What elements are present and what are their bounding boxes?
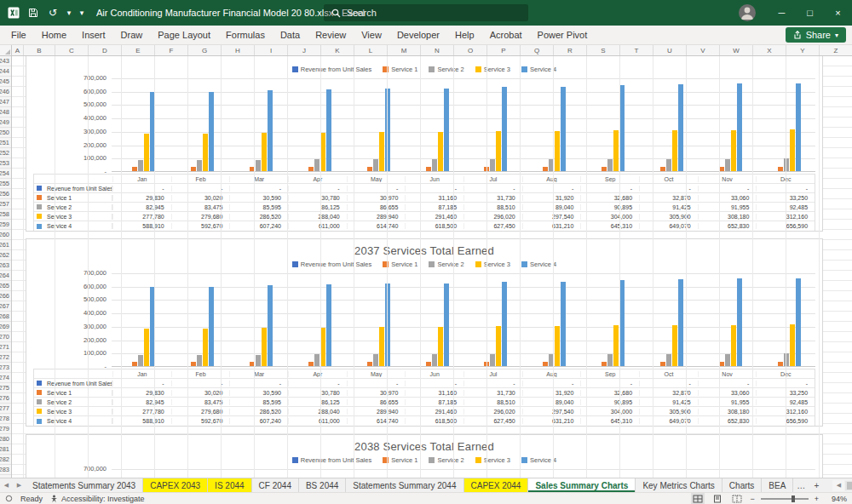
row-header-277[interactable]: 277 xyxy=(0,404,11,414)
undo-button[interactable]: ↺ xyxy=(43,3,62,23)
legend-item-service-2[interactable]: Service 2 xyxy=(429,456,463,464)
row-header-252[interactable]: 252 xyxy=(0,148,11,158)
sheet-tab-charts[interactable]: Charts xyxy=(722,478,762,492)
bar-service-4-mar[interactable] xyxy=(268,90,273,171)
ribbon-tab-formulas[interactable]: Formulas xyxy=(218,26,273,44)
sheet-tab-is-2044[interactable]: IS 2044 xyxy=(208,478,251,492)
row-header-243[interactable]: 243 xyxy=(0,56,11,66)
column-header-p[interactable]: P xyxy=(487,45,521,55)
row-header-266[interactable]: 266 xyxy=(0,291,11,301)
row-header-279[interactable]: 279 xyxy=(0,424,11,434)
bar-service-2-jan[interactable] xyxy=(138,160,143,171)
bar-service-2-jun[interactable] xyxy=(432,354,437,366)
row-header-278[interactable]: 278 xyxy=(0,414,11,424)
chart-object-2038-services-total-earned[interactable]: 2038 Services Total EarnedRevenue from U… xyxy=(26,434,823,478)
column-header-t[interactable]: T xyxy=(620,45,653,55)
row-header-250[interactable]: 250 xyxy=(0,128,11,138)
zoom-slider-thumb[interactable] xyxy=(792,495,795,502)
bar-service-3-may[interactable] xyxy=(379,132,384,171)
column-header-b[interactable]: B xyxy=(24,45,55,55)
sheet-tab-capex-2044[interactable]: CAPEX 2044 xyxy=(464,478,529,492)
column-header-k[interactable]: K xyxy=(321,45,354,55)
ribbon-tab-help[interactable]: Help xyxy=(447,26,482,44)
column-header-i[interactable]: I xyxy=(255,45,288,55)
bar-service-1-oct[interactable] xyxy=(660,362,665,366)
bar-service-1-may[interactable] xyxy=(367,362,372,366)
row-header-255[interactable]: 255 xyxy=(0,179,11,189)
column-header-z[interactable]: Z xyxy=(820,45,852,55)
sheet-tab-cf-2044[interactable]: CF 2044 xyxy=(252,478,299,492)
bar-service-1-jun[interactable] xyxy=(426,362,431,366)
bar-service-4-oct[interactable] xyxy=(678,84,683,171)
bar-service-3-may[interactable] xyxy=(379,327,384,366)
row-header-271[interactable]: 271 xyxy=(0,342,11,352)
row-header-280[interactable]: 280 xyxy=(0,434,11,444)
legend-item-service-3[interactable]: Service 3 xyxy=(475,261,510,268)
legend-item-revenue-from-unit-sales[interactable]: Revenue from Unit Sales xyxy=(292,66,371,73)
bar-service-2-may[interactable] xyxy=(373,354,378,366)
ribbon-tab-power-pivot[interactable]: Power Pivot xyxy=(530,26,596,44)
normal-view-button[interactable] xyxy=(691,493,705,504)
column-header-d[interactable]: D xyxy=(89,45,122,55)
bar-service-1-oct[interactable] xyxy=(660,167,665,171)
more-sheets-button[interactable]: … xyxy=(793,478,809,492)
row-header-254[interactable]: 254 xyxy=(0,169,11,179)
bar-service-3-feb[interactable] xyxy=(203,329,208,366)
bar-service-2-jul[interactable] xyxy=(490,354,495,366)
cells-grid[interactable]: Revenue from Unit SalesService 1Service … xyxy=(12,56,852,478)
bar-service-3-jun[interactable] xyxy=(438,327,443,366)
accessibility-status[interactable]: Accessibility: Investigate xyxy=(50,495,145,503)
row-header-251[interactable]: 251 xyxy=(0,138,11,148)
bar-service-1-aug[interactable] xyxy=(543,362,548,366)
sheet-tab-statements-summary-2043[interactable]: Statements Summary 2043 xyxy=(26,478,143,492)
bar-service-2-jan[interactable] xyxy=(138,355,143,366)
bar-service-1-feb[interactable] xyxy=(191,362,196,366)
bar-service-4-jul[interactable] xyxy=(502,282,507,366)
row-header-257[interactable]: 257 xyxy=(0,199,11,209)
bar-service-3-nov[interactable] xyxy=(731,325,736,366)
ribbon-tab-page-layout[interactable]: Page Layout xyxy=(150,26,218,44)
bar-service-1-may[interactable] xyxy=(367,167,372,171)
bar-service-4-aug[interactable] xyxy=(561,282,566,366)
column-header-v[interactable]: V xyxy=(687,45,720,55)
bar-service-4-nov[interactable] xyxy=(737,83,742,171)
maximize-button[interactable]: □ xyxy=(796,0,824,26)
sheet-nav-right-icon[interactable]: ▶ xyxy=(13,478,26,492)
bar-service-1-jan[interactable] xyxy=(132,362,137,366)
legend-item-revenue-from-unit-sales[interactable]: Revenue from Unit Sales xyxy=(292,456,371,464)
legend-item-service-4[interactable]: Service 4 xyxy=(521,261,556,268)
legend-item-service-2[interactable]: Service 2 xyxy=(429,66,463,73)
bar-service-4-apr[interactable] xyxy=(326,89,331,171)
ribbon-tab-file[interactable]: File xyxy=(3,26,34,44)
column-header-o[interactable]: O xyxy=(454,45,487,55)
page-break-preview-button[interactable] xyxy=(730,493,744,504)
horizontal-scrollbar[interactable]: ◀ ▶ xyxy=(824,478,852,492)
select-all-corner[interactable] xyxy=(0,45,12,55)
row-header-248[interactable]: 248 xyxy=(0,107,11,117)
column-header-x[interactable]: X xyxy=(753,45,786,55)
row-header-264[interactable]: 264 xyxy=(0,271,11,281)
bar-service-2-feb[interactable] xyxy=(197,160,202,171)
scrollbar-track[interactable] xyxy=(845,481,852,490)
bar-service-4-feb[interactable] xyxy=(209,92,214,171)
row-header-270[interactable]: 270 xyxy=(0,332,11,342)
bar-service-2-oct[interactable] xyxy=(666,354,671,366)
bar-service-3-sep[interactable] xyxy=(613,130,619,171)
bar-service-4-mar[interactable] xyxy=(268,285,273,366)
row-header-269[interactable]: 269 xyxy=(0,322,11,332)
row-header-261[interactable]: 261 xyxy=(0,240,11,250)
column-header-e[interactable]: E xyxy=(122,45,155,55)
legend-item-service-4[interactable]: Service 4 xyxy=(521,456,556,464)
bar-service-3-jan[interactable] xyxy=(144,134,149,171)
bar-service-2-nov[interactable] xyxy=(725,159,730,171)
zoom-level[interactable]: 94% xyxy=(825,495,847,503)
bar-service-4-apr[interactable] xyxy=(326,284,331,366)
ribbon-tab-developer[interactable]: Developer xyxy=(389,26,447,44)
bar-service-4-oct[interactable] xyxy=(678,279,683,366)
bar-service-3-nov[interactable] xyxy=(731,130,736,171)
bar-service-3-jan[interactable] xyxy=(144,329,149,366)
column-header-s[interactable]: S xyxy=(587,45,620,55)
bar-service-3-aug[interactable] xyxy=(555,131,560,171)
bar-service-4-jun[interactable] xyxy=(444,89,449,171)
row-header-249[interactable]: 249 xyxy=(0,117,11,128)
